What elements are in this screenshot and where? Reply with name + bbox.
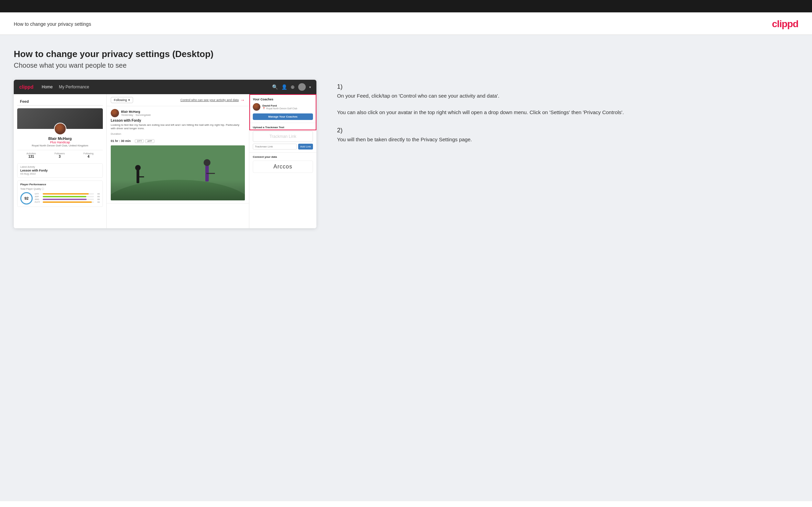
- svg-rect-4: [137, 176, 144, 177]
- avatar[interactable]: [298, 83, 306, 91]
- profile-stats: Activities 131 Followers 3 Following 4: [17, 150, 103, 161]
- connect-title: Connect your data: [253, 155, 313, 158]
- feed-tab: Feed: [17, 98, 103, 106]
- instruction-step2: 2) You will then be taken directly to th…: [337, 127, 798, 144]
- trackman-input[interactable]: [253, 144, 297, 150]
- svg-rect-7: [206, 173, 215, 174]
- location-icon: 📍: [262, 107, 266, 110]
- trackman-input-row: Add Link: [253, 144, 313, 150]
- demo-section: clippd Home My Performance 🔍 👤 ⊕ ▾ Feed: [14, 80, 798, 228]
- coaches-title: Your Coaches: [253, 98, 313, 101]
- coach-avatar: [253, 103, 260, 111]
- step2-text: You will then be taken directly to the P…: [337, 135, 798, 144]
- tpq-row: 92 OTT 90 APP 85: [20, 192, 100, 205]
- page-header-title: How to change your privacy settings: [14, 21, 91, 27]
- instructions: 1) On your Feed, click/tap on 'Control w…: [330, 80, 798, 157]
- instruction-step1: 1) On your Feed, click/tap on 'Control w…: [337, 83, 798, 117]
- bar-app: APP 85: [35, 196, 100, 198]
- bar-ott: OTT 90: [35, 193, 100, 195]
- cloud-icon[interactable]: ⊕: [291, 84, 295, 90]
- trackman-link-display: Trackman Link: [253, 131, 313, 142]
- app-navbar-actions: 🔍 👤 ⊕ ▾: [272, 83, 311, 91]
- arccos-logo: Arccos: [253, 161, 313, 173]
- svg-point-3: [135, 165, 141, 170]
- stat-following: Following 4: [83, 152, 94, 158]
- coaches-section: Your Coaches David Ford 📍 Royal North De…: [249, 94, 316, 123]
- connect-section: Connect your data Arccos: [249, 153, 316, 176]
- post-duration: Duration: [111, 132, 245, 135]
- chevron-down-icon: ▾: [128, 98, 130, 102]
- app-navbar: clippd Home My Performance 🔍 👤 ⊕ ▾: [14, 80, 316, 94]
- avatar-chevron[interactable]: ▾: [309, 85, 311, 89]
- user-icon[interactable]: 👤: [281, 84, 287, 90]
- clippd-logo: clippd: [772, 19, 798, 30]
- post-title: Lesson with Fordy: [111, 119, 245, 122]
- feed-post-header: Blair McHarg Yesterday · Sunningdale: [111, 109, 245, 117]
- app-navbar-logo: clippd: [19, 84, 33, 90]
- coach-name: David Ford: [262, 104, 297, 107]
- svg-point-6: [204, 159, 210, 166]
- add-link-button[interactable]: Add Link: [298, 144, 313, 150]
- step2-num: 2): [337, 127, 343, 134]
- content-title: How to change your privacy settings (Des…: [14, 49, 798, 59]
- profile-card: Blair McHarg Plus Handicap Royal North D…: [17, 108, 103, 161]
- post-duration-value: 01 hr : 30 min OTT APP: [111, 137, 245, 143]
- control-link[interactable]: Control who can see your activity and da…: [180, 98, 239, 102]
- post-image: [111, 145, 245, 200]
- profile-handicap: Plus Handicap: [20, 141, 100, 144]
- player-performance: Player Performance Total Player Quality …: [17, 180, 103, 207]
- step1-num: 1): [337, 83, 343, 90]
- step1-text: On your Feed, click/tap on 'Control who …: [337, 92, 798, 117]
- post-tags: OTT APP: [135, 139, 154, 143]
- nav-home[interactable]: Home: [42, 85, 53, 89]
- content-subtitle: Choose what you want people to see: [14, 62, 798, 69]
- coach-item: David Ford 📍 Royal North Devon Golf Club: [253, 103, 313, 111]
- top-bar: [0, 0, 812, 12]
- tag-ott: OTT: [135, 139, 144, 143]
- main-content: How to change your privacy settings (Des…: [0, 35, 812, 501]
- nav-my-performance[interactable]: My Performance: [59, 85, 89, 89]
- search-icon[interactable]: 🔍: [272, 84, 278, 90]
- trackman-title: Upload a Trackman Test: [253, 126, 313, 129]
- post-avatar: [111, 109, 119, 117]
- tpq-circle: 92: [20, 192, 33, 205]
- tag-app: APP: [145, 139, 154, 143]
- feed-header: Following ▾ Control who can see your act…: [107, 94, 249, 106]
- coach-club: 📍 Royal North Devon Golf Club: [262, 107, 297, 110]
- tpq-label: Total Player Quality ⓘ: [20, 187, 100, 191]
- app-feed: Following ▾ Control who can see your act…: [107, 94, 249, 228]
- profile-cover: [17, 108, 103, 129]
- trackman-section: Upload a Trackman Test Trackman Link Add…: [249, 123, 316, 153]
- profile-name: Blair McHarg: [20, 136, 100, 141]
- latest-activity: Latest Activity Lesson with Fordy 03 Aug…: [17, 163, 103, 178]
- right-arrow-icon: →: [240, 97, 245, 103]
- stat-followers: Followers 3: [55, 152, 65, 158]
- feed-post: Blair McHarg Yesterday · Sunningdale Les…: [107, 106, 249, 203]
- bar-arg: ARG 86: [35, 198, 100, 200]
- page-header: How to change your privacy settings clip…: [0, 12, 812, 35]
- post-body: Looking to feel like my hands are exitin…: [111, 123, 245, 131]
- app-sidebar: Feed Blair McHarg Plus Handicap Royal No…: [14, 94, 107, 228]
- following-button[interactable]: Following ▾: [111, 97, 133, 103]
- page-footer: Copyright Clippd 2022: [0, 501, 812, 507]
- stat-activities: Activities 131: [26, 152, 36, 158]
- control-link-area: Control who can see your activity and da…: [180, 97, 245, 103]
- manage-coaches-button[interactable]: Manage Your Coaches: [253, 113, 313, 120]
- bar-putt: PUTT 96: [35, 201, 100, 203]
- tpq-info-icon: ⓘ: [42, 188, 44, 190]
- app-navbar-links: Home My Performance: [42, 85, 89, 89]
- app-mockup: clippd Home My Performance 🔍 👤 ⊕ ▾ Feed: [14, 80, 316, 228]
- profile-club: Royal North Devon Golf Club, United King…: [20, 144, 100, 147]
- tpq-bars: OTT 90 APP 85 ARG: [35, 193, 100, 204]
- app-body: Feed Blair McHarg Plus Handicap Royal No…: [14, 94, 316, 228]
- profile-avatar: [54, 123, 66, 135]
- app-right-panel: Your Coaches David Ford 📍 Royal North De…: [249, 94, 316, 228]
